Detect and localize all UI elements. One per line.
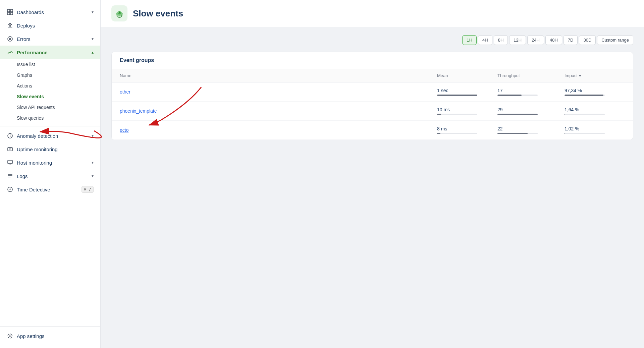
sidebar-item-performance[interactable]: Performance ▴	[0, 46, 100, 59]
mean-value-ecto: 8 ms	[437, 126, 497, 131]
table-header: Name Mean Throughput Impact ▾	[112, 69, 633, 82]
throughput-value-phoenix: 29	[497, 107, 565, 112]
impact-value-ecto: 1,02 %	[565, 126, 625, 131]
svg-rect-6	[8, 148, 12, 151]
sidebar-sub-label-slow-queries: Slow queries	[17, 115, 44, 121]
sidebar-sub-item-actions[interactable]: Actions	[0, 80, 100, 91]
time-detective-badge: ⌘ /	[82, 186, 94, 193]
sidebar-sub-label-actions: Actions	[17, 83, 32, 89]
row-link-other[interactable]: other	[120, 89, 130, 95]
row-link-ecto[interactable]: ecto	[120, 127, 128, 133]
svg-rect-2	[7, 12, 10, 15]
mean-bar-fill-phoenix	[437, 114, 441, 115]
time-detective-icon	[7, 186, 13, 193]
impact-bar-fill-phoenix	[565, 114, 565, 115]
host-monitoring-icon	[7, 159, 13, 166]
mean-bar-fill-other	[437, 95, 477, 96]
time-btn-30d[interactable]: 30D	[579, 35, 596, 45]
impact-bar-phoenix	[565, 114, 605, 115]
sidebar-item-label-anomaly: Anomaly detection	[17, 133, 58, 139]
mean-value-other: 1 sec	[437, 88, 497, 93]
time-btn-48h[interactable]: 48H	[545, 35, 562, 45]
sidebar-sub-item-issue-list[interactable]: Issue list	[0, 59, 100, 70]
impact-bar-other	[565, 95, 605, 96]
sidebar-item-time-detective[interactable]: Time Detective ⌘ /	[0, 183, 100, 196]
row-link-phoenix[interactable]: phoenix_template	[120, 108, 157, 114]
sidebar-sub-item-graphs[interactable]: Graphs	[0, 70, 100, 80]
chevron-down-icon-anomaly: ▾	[92, 133, 94, 138]
deploys-icon	[7, 22, 13, 29]
sidebar-divider-1	[0, 126, 100, 126]
table-row-other: other 1 sec 17 97,34 %	[112, 82, 633, 102]
throughput-value-other: 17	[497, 88, 565, 93]
page-header: Slow events	[101, 0, 644, 27]
sidebar-item-uptime-monitoring[interactable]: Uptime monitoring	[0, 142, 100, 156]
impact-bar-fill-ecto	[565, 133, 565, 134]
main-content: Slow events 1H 4H 8H 12H 24H 48H 7D 30D …	[101, 0, 644, 348]
sidebar-bottom: App settings	[0, 326, 100, 343]
sidebar-item-logs[interactable]: Logs ▾	[0, 169, 100, 183]
metric-impact-other: 97,34 %	[565, 88, 625, 96]
time-range-bar: 1H 4H 8H 12H 24H 48H 7D 30D Custom range	[111, 35, 633, 45]
sidebar-item-app-settings[interactable]: App settings	[0, 329, 100, 343]
sidebar-sub-item-slow-queries[interactable]: Slow queries	[0, 113, 100, 123]
svg-rect-3	[10, 12, 13, 15]
impact-value-other: 97,34 %	[565, 88, 625, 93]
sidebar-item-label-deploys: Deploys	[17, 23, 35, 28]
metric-impact-phoenix: 1,64 %	[565, 107, 625, 115]
sidebar-item-label-errors: Errors	[17, 36, 31, 42]
th-throughput: Throughput	[497, 73, 565, 78]
sidebar-item-host-monitoring[interactable]: Host monitoring ▾	[0, 156, 100, 169]
metric-mean-phoenix: 10 ms	[437, 107, 497, 115]
svg-rect-0	[7, 9, 10, 12]
sidebar-sub-item-slow-api-requests[interactable]: Slow API requests	[0, 102, 100, 113]
svg-point-9	[10, 189, 11, 190]
time-btn-4h[interactable]: 4H	[478, 35, 492, 45]
sidebar-item-label-logs: Logs	[17, 173, 28, 179]
metric-mean-ecto: 8 ms	[437, 126, 497, 134]
metric-throughput-other: 17	[497, 88, 565, 96]
throughput-value-ecto: 22	[497, 126, 565, 131]
time-btn-24h[interactable]: 24H	[527, 35, 544, 45]
throughput-bar-ecto	[497, 133, 538, 134]
sidebar-sub-item-slow-events[interactable]: Slow events	[0, 91, 100, 102]
mean-bar-fill-ecto	[437, 133, 440, 134]
anomaly-detection-icon	[7, 132, 13, 139]
event-groups-card-header: Event groups	[112, 52, 633, 69]
sidebar-item-deploys[interactable]: Deploys	[0, 19, 100, 32]
mean-bar-ecto	[437, 133, 477, 134]
sidebar-item-label-host: Host monitoring	[17, 160, 52, 166]
impact-bar-fill-other	[565, 95, 603, 96]
page-title: Slow events	[133, 8, 183, 19]
sidebar-sub-label-slow-events: Slow events	[17, 94, 44, 99]
sort-icon[interactable]: ▾	[579, 73, 581, 78]
time-btn-custom[interactable]: Custom range	[597, 35, 633, 45]
svg-point-15	[119, 12, 120, 13]
time-btn-12h[interactable]: 12H	[509, 35, 526, 45]
chevron-down-icon: ▾	[92, 10, 94, 14]
sidebar-item-dashboards[interactable]: Dashboards ▾	[0, 5, 100, 19]
chevron-down-icon-logs: ▾	[92, 174, 94, 178]
sidebar-item-label-app-settings: App settings	[17, 333, 45, 339]
time-btn-7d[interactable]: 7D	[564, 35, 578, 45]
metric-throughput-ecto: 22	[497, 126, 565, 134]
row-name-phoenix[interactable]: phoenix_template	[120, 108, 437, 114]
sidebar-item-errors[interactable]: Errors ▾	[0, 32, 100, 46]
time-btn-8h[interactable]: 8H	[494, 35, 508, 45]
sidebar-item-label-performance: Performance	[17, 50, 48, 55]
app-settings-icon	[7, 333, 13, 339]
sidebar-sub-label-slow-api-requests: Slow API requests	[17, 105, 55, 110]
row-name-other[interactable]: other	[120, 89, 437, 95]
sidebar-item-label-dashboards: Dashboards	[17, 9, 44, 15]
sidebar-sub-label-issue-list: Issue list	[17, 62, 35, 67]
throughput-bar-fill-other	[497, 95, 522, 96]
throughput-bar-fill-phoenix	[497, 114, 538, 115]
sidebar-item-anomaly-detection[interactable]: Anomaly detection ▾	[0, 129, 100, 142]
page-header-icon	[111, 5, 127, 21]
throughput-bar-fill-ecto	[497, 133, 528, 134]
row-name-ecto[interactable]: ecto	[120, 127, 437, 133]
svg-point-10	[9, 335, 11, 337]
metric-impact-ecto: 1,02 %	[565, 126, 625, 134]
sidebar-sub-label-graphs: Graphs	[17, 72, 32, 78]
time-btn-1h[interactable]: 1H	[462, 35, 477, 45]
